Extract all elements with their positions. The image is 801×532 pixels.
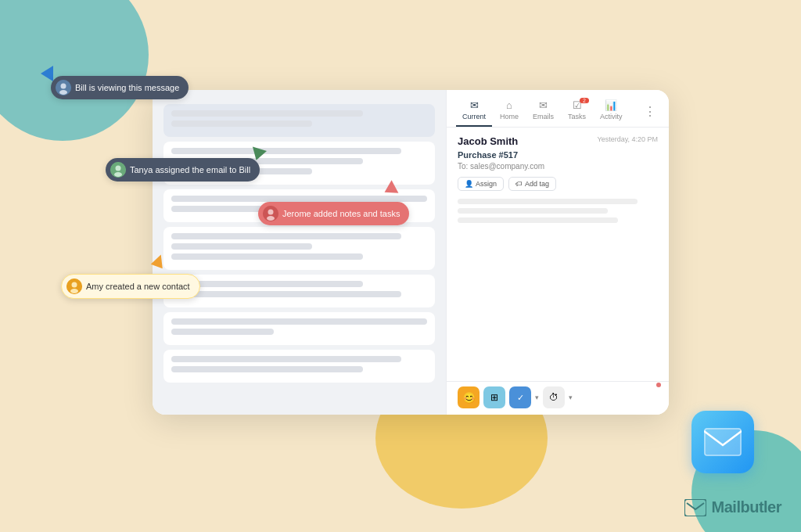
- add-tag-button[interactable]: 🏷 Add tag: [508, 177, 556, 191]
- email-detail-panel: ✉ Current ⌂ Home ✉ Emails ☑ Tasks 2 📊 Ac…: [446, 90, 669, 415]
- email-list-panel: [153, 90, 446, 415]
- timer-chevron[interactable]: ▾: [569, 394, 573, 401]
- assign-icon: 👤: [465, 180, 473, 188]
- email-to: To: sales@company.com: [458, 162, 658, 171]
- nav-item-activity[interactable]: 📊 Activity: [594, 96, 629, 127]
- nav-item-current[interactable]: ✉ Current: [456, 96, 492, 127]
- assign-button[interactable]: 👤 Assign: [458, 177, 504, 191]
- nav-current-label: Current: [462, 113, 486, 120]
- main-card: ✉ Current ⌂ Home ✉ Emails ☑ Tasks 2 📊 Ac…: [153, 90, 669, 415]
- badge-jerome: Jerome added notes and tasks: [258, 202, 409, 225]
- svg-point-10: [72, 282, 77, 288]
- smiley-icon: 😊: [462, 391, 476, 404]
- badge-amy: Amy created a new contact: [61, 274, 200, 299]
- badge-jerome-text: Jerome added notes and tasks: [282, 209, 400, 218]
- assign-label: Assign: [476, 180, 497, 188]
- badge-tanya: Tanya assigned the email to Bill: [106, 158, 260, 182]
- email-body-placeholder: [458, 199, 658, 223]
- contact-name: Jacob Smith: [458, 135, 518, 147]
- email-list-item-1[interactable]: [163, 104, 435, 137]
- emails-icon: ✉: [539, 99, 548, 111]
- nav-tasks-label: Tasks: [568, 113, 586, 120]
- nav-emails-label: Emails: [533, 113, 554, 120]
- tag-icon: 🏷: [515, 180, 523, 188]
- nav-item-tasks[interactable]: ☑ Tasks 2: [562, 96, 592, 127]
- nav-home-label: Home: [500, 113, 519, 120]
- email-subject: Purchase #517: [458, 150, 658, 160]
- tool-btn-check[interactable]: ✓: [509, 386, 531, 408]
- email-detail-header: Jacob Smith Yesterday, 4:20 PM: [458, 135, 658, 147]
- timer-icon: ⏱: [549, 392, 559, 403]
- email-timestamp: Yesterday, 4:20 PM: [597, 135, 658, 143]
- mailbutler-logo: [684, 499, 706, 516]
- bg-shape-teal-top: [0, 0, 149, 141]
- arrow-bill: [41, 66, 53, 81]
- avatar-tanya-img: [110, 162, 126, 178]
- badge-tanya-text: Tanya assigned the email to Bill: [130, 165, 250, 174]
- avatar-amy: [66, 279, 82, 294]
- tool-btn-timer[interactable]: ⏱: [543, 386, 565, 408]
- svg-rect-12: [704, 428, 742, 456]
- avatar-bill-img: [56, 80, 71, 95]
- badge-amy-text: Amy created a new contact: [86, 282, 190, 291]
- mail-icon-large: [691, 411, 754, 473]
- grid-icon: ⊞: [490, 392, 498, 403]
- svg-point-5: [114, 172, 122, 177]
- tool-btn-smiley[interactable]: 😊: [458, 386, 480, 408]
- avatar-jerome: [263, 206, 278, 221]
- tag-label: Add tag: [525, 180, 549, 188]
- email-actions: 👤 Assign 🏷 Add tag: [458, 177, 658, 191]
- avatar-tanya: [110, 162, 126, 178]
- nav-activity-label: Activity: [600, 113, 623, 120]
- nav-item-home[interactable]: ⌂ Home: [494, 96, 525, 127]
- svg-point-8: [267, 216, 275, 221]
- avatar-amy-img: [66, 279, 82, 294]
- mail-envelope-icon: [704, 428, 742, 456]
- tool-btn-grid[interactable]: ⊞: [483, 386, 505, 408]
- check-icon: ✓: [517, 393, 524, 403]
- email-detail-content: Jacob Smith Yesterday, 4:20 PM Purchase …: [447, 128, 669, 381]
- nav-more-button[interactable]: ⋮: [641, 101, 659, 122]
- nav-item-emails[interactable]: ✉ Emails: [526, 96, 560, 127]
- svg-point-4: [116, 166, 121, 171]
- avatar-bill: [56, 80, 71, 95]
- nav-bar: ✉ Current ⌂ Home ✉ Emails ☑ Tasks 2 📊 Ac…: [447, 90, 669, 128]
- badge-bill: Bill is viewing this message: [51, 76, 189, 99]
- svg-point-1: [61, 84, 66, 89]
- check-chevron[interactable]: ▾: [535, 394, 539, 401]
- svg-point-11: [70, 289, 78, 293]
- branding-name: Mailbutler: [712, 498, 781, 516]
- dot-indicator: [656, 383, 661, 387]
- home-icon: ⌂: [506, 99, 512, 111]
- tasks-badge: 2: [580, 98, 589, 103]
- avatar-jerome-img: [263, 206, 278, 221]
- svg-point-2: [59, 90, 67, 95]
- email-list-item-4[interactable]: [163, 227, 435, 270]
- email-list-item-7[interactable]: [163, 350, 435, 383]
- email-list-item-5[interactable]: [163, 275, 435, 307]
- current-icon: ✉: [470, 99, 479, 111]
- email-list-item-6[interactable]: [163, 312, 435, 345]
- svg-rect-14: [684, 499, 706, 516]
- activity-icon: 📊: [605, 99, 617, 111]
- badge-bill-text: Bill is viewing this message: [75, 83, 179, 92]
- toolbar: 😊 ⊞ ✓ ▾ ⏱ ▾: [447, 381, 669, 415]
- mailbutler-logo-icon: [684, 499, 706, 516]
- svg-point-7: [268, 210, 274, 215]
- branding-area: Mailbutler: [684, 498, 781, 516]
